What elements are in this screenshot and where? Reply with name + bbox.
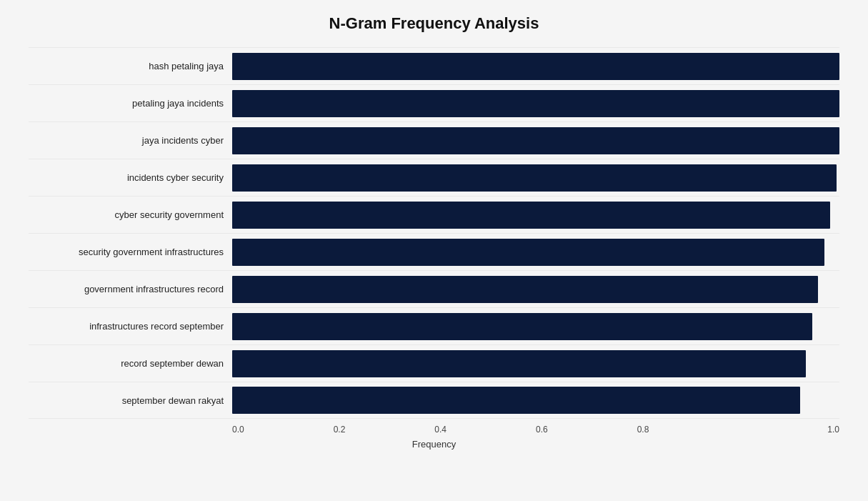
bar-label: security government infrastructures [29, 247, 232, 257]
bar-track [232, 53, 839, 80]
bar-label: september dewan rakyat [29, 395, 232, 406]
bar-fill [232, 164, 837, 192]
x-axis: 0.00.20.40.60.81.0 [232, 425, 839, 435]
bar-label: government infrastructures record [29, 284, 232, 294]
bar-label: jaya incidents cyber [29, 135, 232, 146]
bar-fill [232, 276, 818, 303]
bar-track [232, 313, 839, 340]
bar-row: petaling jaya incidents [29, 84, 839, 121]
bar-label: record september dewan [29, 358, 232, 369]
bar-row: government infrastructures record [29, 270, 839, 307]
bar-track [232, 387, 839, 414]
bar-track [232, 202, 839, 229]
x-tick: 1.0 [738, 425, 839, 435]
bar-fill [232, 127, 839, 154]
bar-label: infrastructures record september [29, 321, 232, 332]
bar-row: record september dewan [29, 344, 839, 382]
chart-title: N-Gram Frequency Analysis [29, 14, 839, 33]
bar-row: september dewan rakyat [29, 382, 839, 419]
bar-row: hash petaling jaya [29, 47, 839, 84]
x-tick: 0.6 [536, 425, 637, 435]
bar-track [232, 239, 839, 266]
x-tick: 0.8 [637, 425, 739, 435]
bar-fill [232, 53, 839, 80]
bar-fill [232, 90, 839, 117]
bar-fill [232, 313, 812, 340]
bar-track [232, 276, 839, 303]
x-tick: 0.4 [434, 425, 536, 435]
bar-row: infrastructures record september [29, 307, 839, 344]
chart-area: hash petaling jayapetaling jaya incident… [29, 47, 839, 419]
bar-fill [232, 202, 830, 229]
bar-track [232, 350, 839, 377]
chart-container: N-Gram Frequency Analysis hash petaling … [0, 0, 868, 501]
bar-row: security government infrastructures [29, 233, 839, 270]
bar-label: hash petaling jaya [29, 61, 232, 71]
bar-fill [232, 239, 824, 266]
bar-track [232, 164, 839, 192]
bar-track [232, 90, 839, 117]
bar-row: incidents cyber security [29, 159, 839, 196]
x-axis-label: Frequency [29, 439, 839, 450]
bar-row: jaya incidents cyber [29, 121, 839, 159]
bar-label: incidents cyber security [29, 172, 232, 183]
x-tick: 0.0 [232, 425, 334, 435]
x-tick: 0.2 [334, 425, 435, 435]
bar-label: petaling jaya incidents [29, 98, 232, 109]
bar-fill [232, 387, 800, 414]
bar-track [232, 127, 839, 154]
bar-label: cyber security government [29, 209, 232, 220]
bar-row: cyber security government [29, 196, 839, 233]
bar-fill [232, 350, 806, 377]
